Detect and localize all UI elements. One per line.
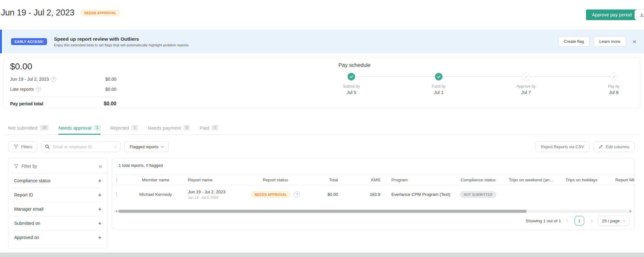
create-flag-button[interactable]: Create flag <box>558 36 590 47</box>
cell-member-name: Michael Kennedy <box>126 192 185 197</box>
row-checkbox[interactable] <box>116 192 117 197</box>
scroll-right-arrow-icon[interactable] <box>630 210 631 212</box>
page-size-label: 25 / page <box>602 219 620 223</box>
cell-report-status: NEEDS APPROVAL ? <box>242 191 309 198</box>
column-kms[interactable]: KMS <box>342 178 383 182</box>
search-box[interactable] <box>41 141 120 152</box>
report-name-subtitle: Jun 19 - Jul 2, 2023 <box>188 196 242 199</box>
tab-paid[interactable]: Paid 0 <box>200 125 218 134</box>
collapse-panel-icon[interactable]: « <box>99 163 102 169</box>
download-button[interactable] <box>635 9 644 20</box>
step-fund-by: Fund by Jul 1 <box>418 73 459 95</box>
check-circle-outline-icon <box>522 73 530 80</box>
tab-count-badge: 1 <box>132 125 138 131</box>
toolbar-right: Reject Reports via CSV Edit columns <box>536 141 635 152</box>
summary-divider <box>10 96 116 97</box>
filter-item-report-id[interactable]: Report ID + <box>9 188 107 202</box>
tab-count-badge: 0 <box>184 125 190 131</box>
funnel-icon <box>14 164 19 168</box>
chevron-down-icon <box>161 144 164 148</box>
pay-schedule: Pay schedule Submit by Jul 5 Fund by Jul… <box>335 62 637 102</box>
column-trips-holidays[interactable]: Trips on holidays <box>562 178 612 182</box>
table-row[interactable]: Michael Kennedy Jun 19 - Jul 2, 2023 Jun… <box>112 185 635 204</box>
report-name-main: Jun 19 - Jul 2, 2023 <box>188 190 242 194</box>
help-icon[interactable]: ? <box>36 87 41 92</box>
column-compliance-status[interactable]: Compliance status <box>451 178 505 182</box>
filter-item-submitted-on[interactable]: Submitted on + <box>9 216 107 230</box>
tab-label: Rejected <box>110 125 129 131</box>
filter-item-label: Manager email <box>14 207 44 212</box>
status-badge: NEEDS APPROVAL <box>80 9 120 16</box>
stepper-connector-line <box>351 76 614 77</box>
banner-subtitle: Enjoy this extended beta to set flags th… <box>54 43 190 47</box>
window-bottom-edge <box>0 253 644 257</box>
tab-rejected[interactable]: Rejected 1 <box>110 125 138 134</box>
tab-label: Not submitted <box>8 125 38 131</box>
pay-period-total-value: $0.00 <box>104 101 116 107</box>
help-icon[interactable]: ? <box>294 191 300 197</box>
page-header: Jun 19 - Jul 2, 2023 NEEDS APPROVAL <box>1 8 120 18</box>
filters-button-label: Filters <box>21 144 32 149</box>
tab-needs-payment[interactable]: Needs payment 0 <box>148 125 190 134</box>
select-all-checkbox[interactable] <box>116 177 117 183</box>
page-title: Jun 19 - Jul 2, 2023 <box>1 8 74 18</box>
page-size-dropdown[interactable]: 25 / page <box>598 216 629 226</box>
summary-row-late-reports: Late reports ? $0.00 <box>10 87 116 92</box>
search-input[interactable] <box>52 144 112 149</box>
column-total[interactable]: Total <box>309 178 342 182</box>
plus-icon: + <box>98 235 102 241</box>
reject-reports-csv-button[interactable]: Reject Reports via CSV <box>536 141 589 152</box>
not-submitted-badge: NOT SUBMITTED <box>460 191 496 198</box>
plus-icon: + <box>98 206 102 212</box>
cell-program: Everlance CPM Program (Test) <box>383 192 451 197</box>
learn-more-button[interactable]: Learn more <box>594 36 626 47</box>
tab-count-badge: 0 <box>212 125 218 131</box>
step-label: Approve by <box>506 84 547 89</box>
summary-totals: $0.00 Jun 19 - Jul 2, 2023 ? $0.00 Late … <box>10 61 116 107</box>
step-submit-by: Submit by Jul 5 <box>331 73 372 95</box>
funnel-icon <box>14 144 18 149</box>
edit-columns-button[interactable]: Edit columns <box>593 141 635 152</box>
pay-schedule-steps: Submit by Jul 5 Fund by Jul 1 Approve by… <box>335 73 637 102</box>
edit-columns-label: Edit columns <box>606 144 629 149</box>
column-report-mileage[interactable]: Report Mil <box>612 178 635 182</box>
scroll-left-arrow-icon[interactable] <box>115 210 117 212</box>
previous-page-icon[interactable] <box>566 220 570 222</box>
download-icon <box>639 12 644 17</box>
tab-not-submitted[interactable]: Not submitted 15 <box>8 125 49 134</box>
cell-total: $0.00 <box>309 192 342 197</box>
next-page-icon[interactable] <box>589 220 593 222</box>
flagged-reports-label: Flagged reports <box>130 144 158 149</box>
banner-accent-bar <box>0 30 2 53</box>
summary-total-amount: $0.00 <box>10 61 116 72</box>
column-member-name[interactable]: Member name <box>126 178 185 182</box>
column-report-name[interactable]: Report name <box>185 178 242 182</box>
check-circle-icon <box>348 73 355 80</box>
close-icon[interactable]: × <box>631 38 638 45</box>
filter-by-label: Filter by <box>21 164 37 169</box>
step-date: Jul 7 <box>506 90 547 95</box>
pay-period-page: Jun 19 - Jul 2, 2023 NEEDS APPROVAL Appr… <box>0 0 644 257</box>
divider <box>13 244 103 245</box>
help-icon[interactable]: ? <box>51 77 56 82</box>
late-reports-value: $0.00 <box>105 87 116 92</box>
horizontal-scrollbar <box>114 210 632 213</box>
flagged-reports-dropdown[interactable]: Flagged reports <box>124 141 169 152</box>
scrollbar-thumb[interactable] <box>118 210 527 213</box>
step-date: Jul 1 <box>418 90 459 95</box>
filter-item-compliance-status[interactable]: Compliance status + <box>9 174 107 188</box>
banner-actions: Create flag Learn more × <box>558 36 638 47</box>
late-reports-label: Late reports <box>10 87 34 92</box>
column-trips-weekend[interactable]: Trips on weekend (an... <box>505 178 562 182</box>
filter-item-approved-on[interactable]: Approved on + <box>9 231 107 244</box>
column-report-status[interactable]: Report status <box>242 178 309 182</box>
tab-needs-approval[interactable]: Needs approval 1 <box>58 125 101 134</box>
column-program[interactable]: Program <box>383 178 451 182</box>
current-page-button[interactable]: 1 <box>575 216 584 225</box>
summary-period-value: $0.00 <box>105 77 116 82</box>
approve-pay-period-button[interactable]: Approve pay period <box>586 9 638 20</box>
search-icon <box>45 144 50 149</box>
filters-button[interactable]: Filters <box>8 141 38 152</box>
filter-item-manager-email[interactable]: Manager email + <box>9 202 107 216</box>
pay-period-total-label: Pay period total <box>10 101 43 106</box>
